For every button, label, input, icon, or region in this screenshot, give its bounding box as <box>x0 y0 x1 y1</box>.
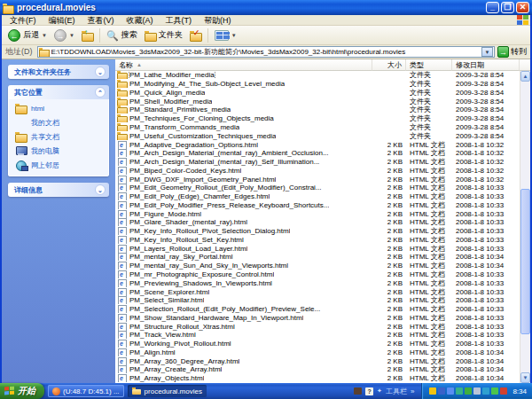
file-name[interactable]: PM_Show_Standard_Hardware_Map_In_Viewpor… <box>129 314 303 322</box>
file-name[interactable]: PM_Edit_Poly_(Edge)_Chamfer_Edges.html <box>129 192 270 200</box>
column-header-size[interactable]: 大小 <box>372 59 406 71</box>
file-name[interactable]: PM_mental_ray_Sky_Portal.html <box>129 253 233 261</box>
sidebar-panel-header[interactable]: 文件和文件夹任务⌄ <box>8 65 109 79</box>
tray-im-icon[interactable] <box>473 387 481 395</box>
file-name[interactable]: PM_Biped_Color-Coded_Keys.html <box>129 167 241 175</box>
table-row[interactable]: PM_Techniques_For_Cloning_Objects_media文… <box>115 114 530 123</box>
tray-monitor-icon[interactable] <box>500 387 507 395</box>
scroll-up-icon[interactable]: ▲ <box>520 71 530 82</box>
file-name[interactable]: PM_mental_ray_Sun_And_Sky_In_Viewports.h… <box>129 262 288 270</box>
table-row[interactable]: PM_Edit_Poly_Modifier_Press_Release_Keyb… <box>115 200 530 209</box>
scrollbar-track[interactable] <box>520 82 530 372</box>
table-row[interactable]: PM_Layers_Rollout_Load_Layer.html2 KBHTM… <box>115 244 530 253</box>
search-button[interactable]: 🔍 搜索 <box>104 28 140 42</box>
back-button[interactable]: ← 后退 ▼ <box>5 28 50 43</box>
file-name[interactable]: PM_Glare_Shader_(mental_ray).html <box>129 218 247 226</box>
table-row[interactable]: PM_mental_ray_Sky_Portal.html2 KBHTML 文档… <box>115 253 530 262</box>
briefcase-icon[interactable] <box>354 387 362 395</box>
chevron-down-icon[interactable]: ⌄ <box>95 184 106 195</box>
table-row[interactable]: PM_Select_Similar.html2 KBHTML 文档2008-1-… <box>115 296 530 305</box>
back-dropdown-icon[interactable]: ▼ <box>42 33 47 38</box>
menu-item[interactable]: 编辑(E) <box>43 15 82 26</box>
table-row[interactable]: PM_Figure_Mode.html2 KBHTML 文档2008-1-8 1… <box>115 209 530 218</box>
table-row[interactable]: PM_Biped_Color-Coded_Keys.html2 KBHTML 文… <box>115 166 530 175</box>
restore-button[interactable]: ❐ <box>501 2 514 13</box>
table-row[interactable]: PM_Edit_Poly_(Edge)_Chamfer_Edges.html2 … <box>115 192 530 201</box>
menu-item[interactable]: 查看(V) <box>82 15 121 26</box>
table-row[interactable]: PM_Array_Create_Array.html2 KBHTML 文档200… <box>115 365 530 374</box>
title-bar[interactable]: procedural.movies _ ❐ ✕ <box>0 0 532 15</box>
menu-item[interactable]: 收藏(A) <box>121 15 160 26</box>
taskbar-task-button[interactable]: procedural.movies <box>128 385 207 397</box>
file-name[interactable]: PM_Structure_Rollout_Xtras.html <box>129 323 235 331</box>
address-input[interactable]: E:\TDDOWNLOAD\Movies_3dsMax2009_32-bit-新… <box>37 46 496 58</box>
table-row[interactable]: PM_Edit_Geometry_Rollout_(Edit_Poly_Modi… <box>115 184 530 192</box>
file-name[interactable]: PM_Key_Info_Rollout_Set_Key.html <box>129 236 244 244</box>
forward-dropdown-icon[interactable]: ▼ <box>69 33 74 38</box>
table-row[interactable]: PM_Key_Info_Rollout_Set_Key.html2 KBHTML… <box>115 236 530 245</box>
tray-update-icon[interactable] <box>447 387 454 395</box>
table-row[interactable]: PM_Key_Info_Rollout_Pivot_Selection_Dial… <box>115 227 530 236</box>
sparkle-icon[interactable]: ✦ <box>377 387 382 395</box>
table-row[interactable]: PM_Previewing_Shadows_In_Viewports.html2… <box>115 278 530 287</box>
file-name[interactable]: PM_Figure_Mode.html <box>129 210 201 218</box>
file-name[interactable]: PM_Standard_Primitives_media <box>129 106 231 113</box>
close-button[interactable]: ✕ <box>516 2 529 13</box>
table-row[interactable]: PM_Lathe_Modifier_media文件夹2009-3-28 8:54 <box>115 71 530 80</box>
table-row[interactable]: PM_Arch_Design_Material_(mental_ray)_Amb… <box>115 149 530 158</box>
sidebar-panel-header[interactable]: 详细信息⌄ <box>8 183 109 197</box>
file-name[interactable]: PM_Key_Info_Rollout_Pivot_Selection_Dial… <box>129 227 290 235</box>
chevron-down-icon[interactable]: ⌄ <box>95 66 106 77</box>
table-row[interactable]: PM_mental_ray_Sun_And_Sky_In_Viewports.h… <box>115 262 530 270</box>
help-icon[interactable]: ? <box>365 387 373 395</box>
column-header-type[interactable]: 类型 <box>406 59 452 71</box>
file-name[interactable]: PM_Select_Similar.html <box>129 296 204 304</box>
table-row[interactable]: PM_Array_Objects.html2 KBHTML 文档2008-1-8… <box>115 374 530 383</box>
menu-item[interactable]: 帮助(H) <box>198 15 238 26</box>
file-name[interactable]: PM_Array_Create_Array.html <box>129 365 222 373</box>
tray-audio-icon[interactable] <box>456 387 463 395</box>
table-row[interactable]: PM_Modifying_At_The_Sub-Object_Level_med… <box>115 80 530 89</box>
address-path[interactable]: E:\TDDOWNLOAD\Movies_3dsMax2009_32-bit-新… <box>51 47 482 57</box>
folder-sync-button[interactable]: ✓ <box>187 30 204 41</box>
chevron-right-icon[interactable]: » <box>411 387 414 395</box>
menu-item[interactable]: 工具(T) <box>160 15 199 26</box>
table-row[interactable]: PM_Working_Pivot_Rollout.html2 KBHTML 文档… <box>115 340 530 348</box>
views-button[interactable]: ▼ <box>212 29 239 42</box>
file-name[interactable]: PM_Edit_Geometry_Rollout_(Edit_Poly_Modi… <box>129 184 322 192</box>
table-row[interactable]: PM_Arch_Design_Material_(mental_ray)_Sel… <box>115 158 530 167</box>
start-button[interactable]: 开始 <box>0 383 44 399</box>
vertical-scrollbar[interactable]: ▲ ▼ <box>520 71 530 383</box>
chevron-up-icon[interactable]: ⌃ <box>95 87 106 98</box>
table-row[interactable]: PM_Align.html2 KBHTML 文档2008-1-8 10:34 <box>115 348 530 357</box>
tray-shield-icon[interactable] <box>429 387 436 395</box>
tray-network-icon[interactable] <box>482 387 489 395</box>
file-name[interactable]: PM_Techniques_For_Cloning_Objects_media <box>129 114 274 122</box>
sidebar-item-我的电脑[interactable]: 我的电脑 <box>15 146 106 156</box>
file-name[interactable]: PM_Array_360_Degree_Array.html <box>129 357 239 365</box>
file-name[interactable]: PM_Working_Pivot_Rollout.html <box>129 340 231 348</box>
table-row[interactable]: PM_Scene_Explorer.html2 KBHTML 文档2008-1-… <box>115 287 530 296</box>
table-row[interactable]: PM_Array_360_Degree_Array.html2 KBHTML 文… <box>115 356 530 365</box>
views-dropdown-icon[interactable]: ▼ <box>231 33 237 38</box>
scroll-down-icon[interactable]: ▼ <box>520 372 530 383</box>
file-name[interactable]: PM_Scene_Explorer.html <box>129 288 209 296</box>
file-name[interactable]: PM_Lathe_Modifier_media <box>129 71 215 79</box>
file-name[interactable]: PM_Adaptive_Degradation_Options.html <box>129 141 258 149</box>
table-row[interactable]: PM_Track_View.html2 KBHTML 文档2008-1-8 10… <box>115 331 530 340</box>
file-name[interactable]: PM_Layers_Rollout_Load_Layer.html <box>129 245 247 253</box>
minimize-button[interactable]: _ <box>486 2 499 13</box>
file-name[interactable]: PM_Shell_Modifier_media <box>129 98 212 106</box>
forward-button[interactable]: → ▼ <box>51 28 77 43</box>
sidebar-item-网上邻居[interactable]: 网上邻居 <box>15 160 106 170</box>
file-name[interactable]: PM_Useful_Customization_Techniques_media <box>129 132 276 140</box>
tray-antivirus-icon[interactable] <box>465 387 472 395</box>
file-name[interactable]: PM_Edit_Poly_Modifier_Press_Release_Keyb… <box>129 201 329 209</box>
file-name[interactable]: PM_Track_View.html <box>129 331 196 339</box>
file-name[interactable]: PM_mr_Photographic_Exposure_Control.html <box>129 270 274 278</box>
table-row[interactable]: PM_Show_Standard_Hardware_Map_In_Viewpor… <box>115 313 530 322</box>
file-name[interactable]: PM_Array_Objects.html <box>129 374 204 382</box>
column-header-date[interactable]: 修改日期 <box>452 59 520 71</box>
file-name[interactable]: PM_Modifying_At_The_Sub-Object_Level_med… <box>129 80 285 88</box>
file-name[interactable]: PM_Align.html <box>129 348 176 356</box>
